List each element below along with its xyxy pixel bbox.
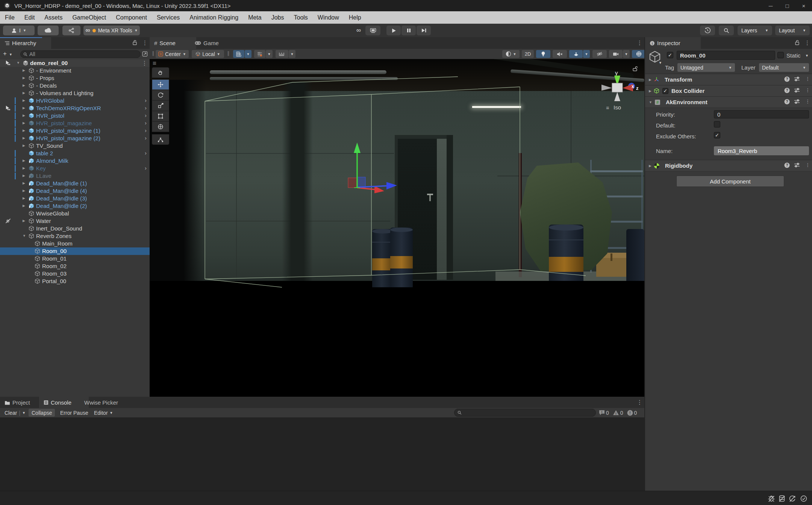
scene-camera-button[interactable] xyxy=(609,50,623,58)
hierarchy-item-demo-reel-00[interactable]: ▼demo_reel_00⋮ xyxy=(0,59,150,67)
add-object-button[interactable]: + xyxy=(3,50,7,58)
auto-refresh-disabled-icon[interactable] xyxy=(788,494,797,503)
menu-window[interactable]: Window xyxy=(313,11,344,24)
expand-arrow[interactable]: ▶ xyxy=(23,204,25,208)
rect-tool[interactable] xyxy=(152,111,169,121)
hierarchy-item-key[interactable]: ▶Key› xyxy=(0,165,150,172)
expand-arrow[interactable]: ▶ xyxy=(23,136,25,140)
prefab-chevron-icon[interactable]: › xyxy=(145,165,147,171)
hierarchy-item-dead-man-idle-2-[interactable]: ▶Dead_Man@Idle (2) xyxy=(0,202,150,210)
lock-icon[interactable] xyxy=(132,40,137,46)
hierarchy-item--volumes-and-lighting[interactable]: ▶- Volumes and Lighting xyxy=(0,89,150,97)
tab-hierarchy[interactable]: Hierarchy xyxy=(0,37,51,49)
tool-space-dropdown[interactable]: Local ▼ xyxy=(192,50,224,58)
chevron-down-icon[interactable]: ▼ xyxy=(9,53,12,56)
console-badge-info-bubble[interactable]: !0 xyxy=(599,410,609,416)
snap-increment-caret[interactable]: ▼ xyxy=(289,50,295,58)
hierarchy-item-portal-00[interactable]: Portal_00 xyxy=(0,278,150,285)
hierarchy-item-tv-sound[interactable]: ▶TV_Sound xyxy=(0,142,150,150)
kebab-icon[interactable]: ⋮ xyxy=(142,39,148,46)
transform-component-header[interactable]: ▶ Transform ? ⋮ xyxy=(645,74,812,85)
picking-pointer-icon[interactable] xyxy=(5,60,11,67)
console-badge-error-circle[interactable]: !0 xyxy=(627,410,637,416)
mode-2d-button[interactable]: 2D xyxy=(522,50,534,58)
presets-icon[interactable] xyxy=(794,99,800,105)
prefab-chevron-icon[interactable]: › xyxy=(145,127,147,133)
layer-dropdown[interactable]: Default▼ xyxy=(759,63,809,72)
expand-arrow[interactable]: ▶ xyxy=(23,83,25,87)
active-checkbox[interactable]: ✓ xyxy=(667,52,673,58)
kebab-icon[interactable]: ⋮ xyxy=(805,162,810,168)
hierarchy-item--decals[interactable]: ▶- Decals xyxy=(0,82,150,89)
hierarchy-item-hvr-pistol-magazine-2-[interactable]: ▶HVR_pistol_magazine (2)› xyxy=(0,135,150,142)
prefab-chevron-icon[interactable]: › xyxy=(145,150,147,156)
expand-arrow[interactable]: ▶ xyxy=(23,99,25,102)
tab-game[interactable]: Game xyxy=(190,37,235,49)
menu-edit[interactable]: Edit xyxy=(20,11,40,24)
priority-field[interactable]: 0 xyxy=(714,110,809,118)
box-collider-component-header[interactable]: ▶ ✓ Box Collider ? ⋮ xyxy=(645,85,812,97)
menu-file[interactable]: File xyxy=(0,11,20,24)
menu-assets[interactable]: Assets xyxy=(39,11,67,24)
kebab-icon[interactable]: ⋮ xyxy=(805,76,810,82)
console-search-input[interactable] xyxy=(454,409,596,417)
hierarchy-item-dead-man-idle-1-[interactable]: ▶Dead_Man@Idle (1) xyxy=(0,180,150,187)
hierarchy-item-dead-man-idle-4-[interactable]: ▶Dead_Man@Idle (4) xyxy=(0,187,150,195)
hierarchy-item-dead-man-idle-3-[interactable]: ▶Dead_Man@Idle (3) xyxy=(0,195,150,202)
help-icon[interactable]: ? xyxy=(784,162,790,169)
hierarchy-item-room-00[interactable]: Room_00 xyxy=(0,247,150,255)
draw-mode-dropdown[interactable]: ▼ xyxy=(502,50,520,58)
presets-icon[interactable] xyxy=(794,162,800,169)
collider-enabled-checkbox[interactable]: ✓ xyxy=(662,88,668,94)
help-icon[interactable]: ? xyxy=(784,76,790,83)
expand-arrow[interactable]: ▶ xyxy=(23,129,25,132)
expand-arrow[interactable]: ▶ xyxy=(23,68,25,72)
hierarchy-item-almond-milk[interactable]: ▶Almond_Milk xyxy=(0,157,150,165)
effects-caret[interactable]: ▼ xyxy=(583,50,590,58)
picking-disabled-icon[interactable] xyxy=(5,218,11,225)
scene-camera-caret[interactable]: ▼ xyxy=(623,50,630,58)
scene-audio-button[interactable] xyxy=(553,50,567,58)
expand-arrow[interactable]: ▶ xyxy=(23,114,25,117)
hierarchy-item-llave[interactable]: ▶LLave xyxy=(0,172,150,180)
expand-arrow[interactable]: ▶ xyxy=(23,181,25,185)
hierarchy-item-room-03[interactable]: Room_03 xyxy=(0,270,150,278)
hierarchy-item-hvr-pistol-magazine[interactable]: ▶HVR_pistol_magazine› xyxy=(0,120,150,127)
menu-animation-rigging[interactable]: Animation Rigging xyxy=(185,11,243,24)
layout-dropdown[interactable]: Layout ▼ xyxy=(775,26,810,35)
play-button[interactable] xyxy=(386,26,401,35)
expand-arrow[interactable]: ▼ xyxy=(23,234,26,238)
effects-button[interactable] xyxy=(569,50,583,58)
expand-arrow[interactable]: ▶ xyxy=(23,106,25,110)
debugger-disabled-icon[interactable] xyxy=(767,494,776,503)
close-button[interactable]: × xyxy=(795,0,812,11)
projection-menu-icon[interactable]: ≡ xyxy=(606,105,609,111)
hierarchy-search-input[interactable]: All xyxy=(20,50,141,58)
menu-services[interactable]: Services xyxy=(152,11,185,24)
kebab-icon[interactable]: ⋮ xyxy=(142,60,147,67)
expand-arrow[interactable]: ▶ xyxy=(23,166,25,170)
account-button[interactable]: I ▼ xyxy=(3,26,35,35)
prefab-chevron-icon[interactable]: › xyxy=(145,120,147,126)
kebab-icon[interactable]: ⋮ xyxy=(805,87,810,93)
tool-pivot-dropdown[interactable]: Center ▼ xyxy=(156,50,189,58)
picking-pointer-icon[interactable] xyxy=(5,105,11,112)
scale-tool[interactable] xyxy=(152,100,169,111)
hierarchy-item-wwiseglobal[interactable]: WwiseGlobal xyxy=(0,210,150,217)
hierarchy-item--props[interactable]: ▶- Props xyxy=(0,74,150,82)
undo-history-button[interactable] xyxy=(700,26,715,35)
static-checkbox[interactable] xyxy=(777,52,784,58)
presets-icon[interactable] xyxy=(794,88,800,94)
hierarchy-item-hvrglobal[interactable]: ▶HVRGlobal› xyxy=(0,97,150,105)
gizmo-unlock-icon[interactable] xyxy=(632,66,638,71)
grid-visibility-caret[interactable]: ▼ xyxy=(245,50,251,58)
presets-icon[interactable] xyxy=(794,76,800,83)
console-badge-warning-triangle[interactable]: !0 xyxy=(613,410,623,416)
expand-arrow[interactable]: ▶ xyxy=(23,91,25,95)
cache-server-disabled-icon[interactable] xyxy=(777,494,786,503)
help-icon[interactable]: ? xyxy=(784,99,790,106)
chevron-down-icon[interactable]: ▼ xyxy=(659,61,662,65)
transform-tool[interactable] xyxy=(152,121,169,132)
search-button[interactable] xyxy=(719,26,734,35)
tag-dropdown[interactable]: Untagged▼ xyxy=(677,63,735,72)
